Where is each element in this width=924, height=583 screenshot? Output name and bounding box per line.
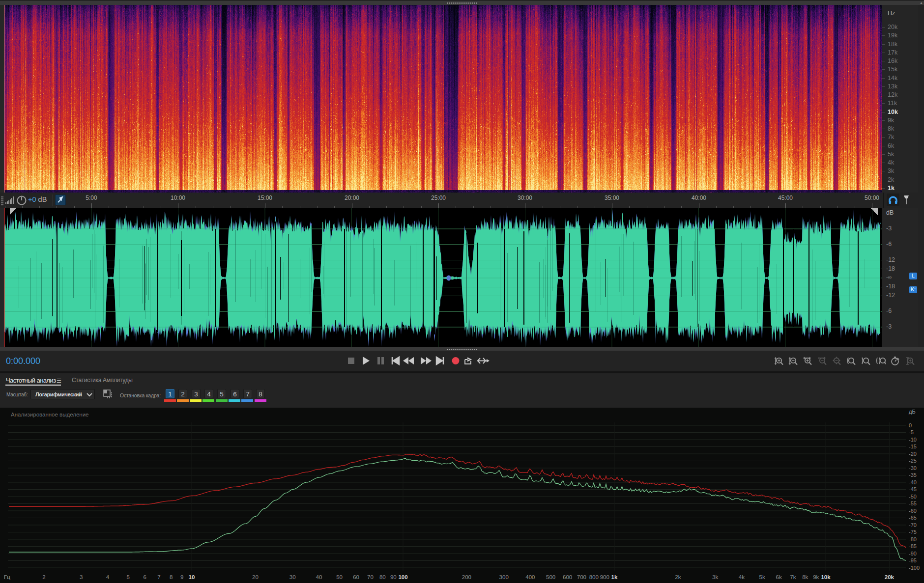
svg-text:2k: 2k: [675, 574, 681, 580]
svg-text:50: 50: [336, 574, 343, 580]
svg-text:600: 600: [563, 574, 572, 580]
svg-text:70: 70: [367, 574, 374, 580]
svg-text:90: 90: [390, 574, 397, 580]
svg-text:4: 4: [106, 574, 110, 580]
svg-text:3k: 3k: [712, 574, 718, 580]
svg-text:-100: -100: [909, 565, 920, 571]
svg-text:-70: -70: [909, 522, 917, 528]
svg-text:30: 30: [289, 574, 296, 580]
svg-text:10: 10: [189, 574, 195, 580]
svg-text:9: 9: [180, 574, 183, 580]
svg-text:-50: -50: [909, 494, 917, 500]
svg-text:Гц: Гц: [4, 574, 10, 580]
svg-text:3: 3: [80, 574, 83, 580]
svg-text:-95: -95: [909, 557, 917, 563]
svg-text:-85: -85: [909, 543, 917, 549]
svg-text:7k: 7k: [790, 574, 796, 580]
svg-text:-55: -55: [909, 500, 917, 506]
svg-text:0: 0: [909, 422, 912, 428]
svg-text:800: 800: [589, 574, 599, 580]
svg-text:40: 40: [316, 574, 322, 580]
svg-text:7: 7: [157, 574, 160, 580]
svg-text:400: 400: [525, 574, 535, 580]
svg-text:-35: -35: [909, 472, 917, 478]
svg-text:-10: -10: [909, 437, 917, 443]
svg-text:80: 80: [379, 574, 386, 580]
svg-text:8k: 8k: [802, 574, 808, 580]
svg-text:дБ: дБ: [909, 409, 916, 415]
svg-text:5: 5: [126, 574, 129, 580]
svg-text:6k: 6k: [776, 574, 782, 580]
svg-text:-40: -40: [909, 479, 917, 485]
svg-text:8: 8: [170, 574, 173, 580]
svg-text:-75: -75: [909, 529, 917, 535]
svg-text:-90: -90: [909, 551, 917, 556]
svg-text:5k: 5k: [759, 574, 765, 580]
svg-text:20: 20: [252, 574, 259, 580]
svg-text:10k: 10k: [821, 574, 831, 580]
svg-text:-5: -5: [909, 429, 914, 435]
svg-text:200: 200: [462, 574, 471, 580]
svg-text:700: 700: [577, 574, 586, 580]
svg-text:20k: 20k: [885, 574, 895, 580]
svg-text:900: 900: [600, 574, 609, 580]
svg-text:6: 6: [143, 574, 146, 580]
svg-text:-20: -20: [909, 451, 917, 457]
svg-text:Анализированное выделение: Анализированное выделение: [11, 412, 88, 417]
svg-text:300: 300: [499, 574, 509, 580]
svg-text:9k: 9k: [813, 574, 819, 580]
svg-text:4k: 4k: [739, 574, 745, 580]
svg-text:-60: -60: [909, 508, 917, 514]
svg-text:-25: -25: [909, 458, 917, 464]
svg-text:2: 2: [42, 574, 45, 580]
svg-text:-15: -15: [909, 444, 917, 449]
svg-text:-30: -30: [909, 465, 917, 471]
svg-text:-65: -65: [909, 515, 917, 521]
svg-text:-45: -45: [909, 486, 917, 492]
svg-text:500: 500: [546, 574, 555, 580]
svg-text:60: 60: [353, 574, 359, 580]
svg-text:-80: -80: [909, 536, 917, 542]
svg-text:100: 100: [398, 574, 407, 580]
svg-text:1k: 1k: [611, 574, 618, 580]
